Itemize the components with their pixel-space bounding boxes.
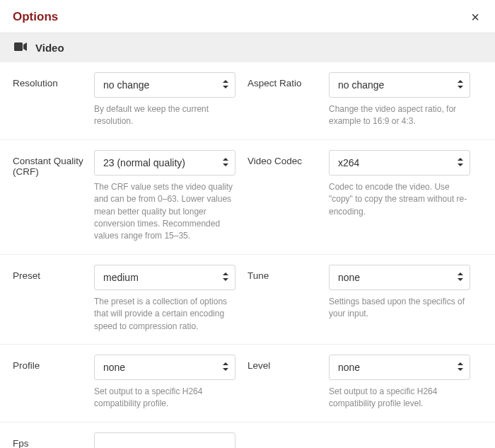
- video-codec-select[interactable]: x264: [329, 150, 470, 176]
- profile-help: Set output to a specific H264 compatibil…: [94, 386, 235, 410]
- row-profile-level: Profile none Set output to a specific H2…: [0, 345, 495, 423]
- svg-rect-0: [14, 42, 23, 51]
- fps-input[interactable]: [94, 432, 235, 448]
- close-button[interactable]: ×: [468, 8, 482, 25]
- resolution-label: Resolution: [13, 72, 94, 128]
- preset-select[interactable]: medium: [94, 265, 235, 290]
- tune-select[interactable]: none: [329, 265, 470, 290]
- video-codec-help: Codec to encode the video. Use "copy" to…: [329, 181, 470, 218]
- level-help: Set output to a specific H264 compatibil…: [329, 386, 470, 410]
- tune-label: Tune: [248, 265, 329, 333]
- tune-help: Settings based upon the specifics of you…: [329, 296, 470, 321]
- profile-label: Profile: [13, 355, 94, 410]
- crf-help: The CRF value sets the video quality and…: [94, 181, 235, 243]
- crf-label: Constant Quality (CRF): [13, 150, 94, 243]
- resolution-help: By default we keep the current resolutio…: [94, 103, 235, 128]
- preset-label: Preset: [13, 265, 94, 333]
- fps-label: Fps: [13, 432, 94, 448]
- aspect-ratio-label: Aspect Ratio: [248, 72, 329, 128]
- profile-select[interactable]: none: [94, 355, 235, 380]
- section-title: Video: [35, 42, 64, 54]
- aspect-ratio-help: Change the video aspect ratio, for examp…: [329, 103, 470, 128]
- level-select[interactable]: none: [329, 355, 470, 380]
- dialog-title: Options: [13, 10, 58, 24]
- aspect-ratio-select[interactable]: no change: [329, 72, 470, 98]
- options-dialog: Options × Video Resolution no change By …: [0, 0, 495, 448]
- video-icon: [14, 42, 27, 54]
- section-header-video: Video: [0, 33, 495, 62]
- row-preset-tune: Preset medium The preset is a collection…: [0, 255, 495, 345]
- row-fps: Fps Change the video frame rate.: [0, 423, 495, 448]
- close-icon: ×: [471, 9, 479, 25]
- level-label: Level: [248, 355, 329, 410]
- resolution-select[interactable]: no change: [94, 72, 235, 98]
- preset-help: The preset is a collection of options th…: [94, 296, 235, 333]
- crf-select[interactable]: 23 (normal quality): [94, 150, 235, 176]
- video-codec-label: Video Codec: [248, 150, 329, 243]
- dialog-header: Options ×: [0, 0, 495, 33]
- row-resolution-aspect: Resolution no change By default we keep …: [0, 62, 495, 140]
- row-crf-codec: Constant Quality (CRF) 23 (normal qualit…: [0, 140, 495, 255]
